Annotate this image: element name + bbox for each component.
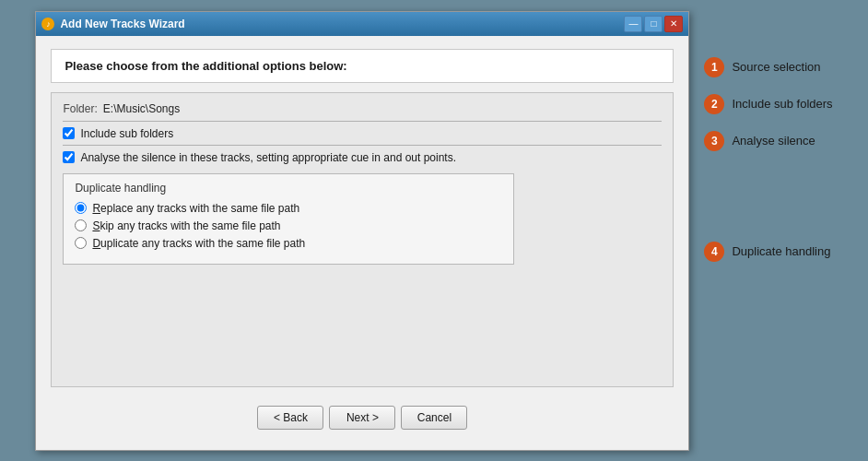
minimize-button[interactable]: — — [624, 16, 642, 32]
annotation-badge-2: 2 — [704, 94, 724, 114]
annotation-3: 3 Analyse silence — [704, 131, 832, 151]
include-subfolders-row: Include sub folders — [63, 127, 662, 140]
annotation-text-4: Duplicate handling — [732, 244, 830, 258]
window-icon: ♪ — [41, 18, 54, 30]
annotation-badge-4: 4 — [704, 242, 724, 262]
include-subfolders-checkbox[interactable] — [63, 127, 75, 139]
duplicate-handling-group: Duplicate handling Replace any tracks wi… — [63, 173, 514, 265]
radio-replace-label[interactable]: Replace any tracks with the same file pa… — [92, 202, 299, 215]
button-bar: < Back Next > Cancel — [51, 406, 674, 439]
titlebar: ♪ Add New Tracks Wizard — □ ✕ — [36, 12, 688, 36]
annotation-4: 4 Duplicate handling — [704, 242, 832, 262]
header-text: Please choose from the additional option… — [65, 59, 346, 73]
radio-skip-label[interactable]: Skip any tracks with the same file path — [92, 219, 280, 232]
include-subfolders-label[interactable]: Include sub folders — [80, 127, 173, 140]
wizard-content: Please choose from the additional option… — [36, 36, 688, 450]
annotation-badge-1: 1 — [704, 57, 724, 77]
radio-skip[interactable] — [75, 219, 87, 231]
annotation-2: 2 Include sub folders — [704, 94, 832, 114]
annotation-1: 1 Source selection — [704, 57, 832, 77]
body-section: Folder: E:\Music\Songs Include sub folde… — [51, 92, 674, 387]
folder-label: Folder: — [63, 102, 97, 115]
radio-skip-row: Skip any tracks with the same file path — [75, 219, 502, 232]
header-section: Please choose from the additional option… — [51, 49, 674, 83]
cancel-button[interactable]: Cancel — [401, 406, 467, 430]
radio-replace[interactable] — [75, 202, 87, 214]
window-title: Add New Tracks Wizard — [60, 18, 184, 30]
wizard-window: ♪ Add New Tracks Wizard — □ ✕ Please cho… — [35, 11, 689, 451]
annotation-text-3: Analyse silence — [732, 134, 815, 148]
annotation-text-1: Source selection — [732, 60, 820, 74]
back-button[interactable]: < Back — [257, 406, 323, 430]
duplicate-handling-title: Duplicate handling — [75, 182, 502, 195]
analyse-silence-row: Analyse the silence in these tracks, set… — [63, 151, 662, 164]
folder-value: E:\Music\Songs — [103, 102, 180, 115]
radio-replace-row: Replace any tracks with the same file pa… — [75, 202, 502, 215]
close-button[interactable]: ✕ — [664, 16, 683, 32]
analyse-silence-checkbox[interactable] — [63, 151, 75, 163]
maximize-button[interactable]: □ — [644, 16, 663, 32]
next-button[interactable]: Next > — [329, 406, 395, 430]
annotation-text-2: Include sub folders — [732, 97, 832, 111]
annotations-panel: 1 Source selection 2 Include sub folders… — [704, 11, 832, 262]
folder-row: Folder: E:\Music\Songs — [63, 102, 662, 115]
radio-duplicate-label[interactable]: Duplicate any tracks with the same file … — [92, 237, 305, 250]
analyse-silence-label[interactable]: Analyse the silence in these tracks, set… — [80, 151, 456, 164]
annotation-badge-3: 3 — [704, 131, 724, 151]
radio-duplicate[interactable] — [75, 237, 87, 249]
radio-duplicate-row: Duplicate any tracks with the same file … — [75, 237, 502, 250]
window-controls: — □ ✕ — [624, 16, 683, 32]
